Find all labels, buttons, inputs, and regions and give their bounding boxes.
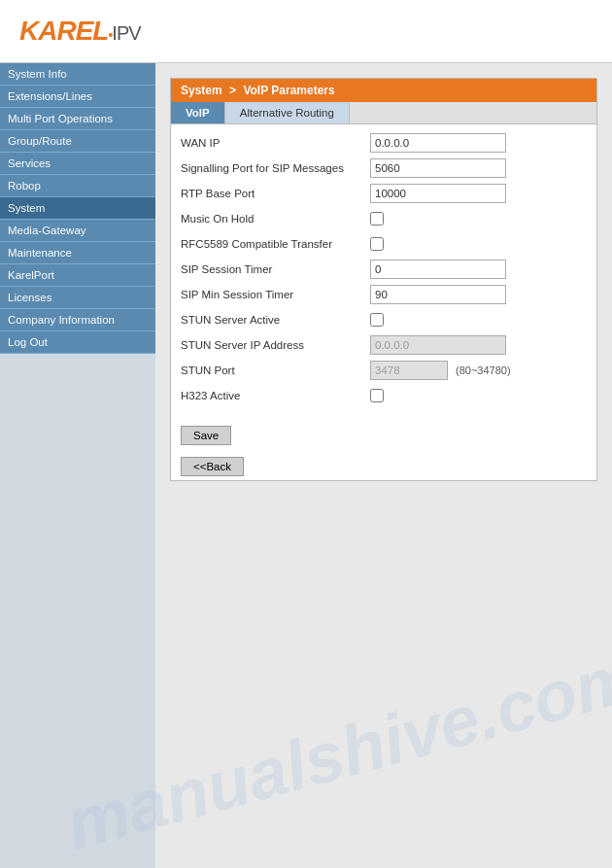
content-area: System > VoIP Parameters VoIP Alternativ… (155, 63, 612, 868)
input-stun-server-ip (370, 335, 506, 355)
checkbox-h323-active[interactable] (370, 389, 384, 402)
sidebar: System Info Extensions/Lines Multi Port … (0, 63, 155, 868)
sidebar-item-company-information[interactable]: Company Information (0, 309, 155, 331)
input-sip-min-session-timer[interactable] (370, 285, 506, 304)
sidebar-item-licenses[interactable]: Licenses (0, 287, 155, 309)
sidebar-item-media-gateway[interactable]: Media-Gateway (0, 220, 155, 242)
tab-bar: VoIP Alternative Routing (171, 102, 596, 124)
label-rfc5589: RFC5589 Compatible Transfer (181, 238, 370, 250)
row-stun-port: STUN Port (80~34780) (181, 360, 587, 381)
logo: KAREL•IPV (19, 16, 141, 47)
sidebar-item-system[interactable]: System (0, 197, 155, 220)
input-signalling-port[interactable] (370, 158, 506, 178)
main-panel: System > VoIP Parameters VoIP Alternativ… (170, 78, 597, 481)
breadcrumb-system: System (181, 84, 222, 97)
label-stun-port: STUN Port (181, 365, 370, 376)
label-stun-server-ip: STUN Server IP Address (181, 339, 370, 351)
input-sip-session-timer[interactable] (370, 260, 506, 279)
logo-ipv: IPV (112, 22, 140, 44)
row-rfc5589: RFC5589 Compatible Transfer (181, 233, 587, 255)
label-sip-session-timer: SIP Session Timer (181, 263, 370, 275)
button-row: Save (171, 418, 596, 449)
breadcrumb-sep: > (229, 84, 236, 97)
sidebar-item-multi-port-operations[interactable]: Multi Port Operations (0, 108, 155, 130)
label-rtp-base-port: RTP Base Port (181, 188, 370, 199)
back-button[interactable]: <<Back (181, 457, 244, 476)
row-sip-min-session-timer: SIP Min Session Timer (181, 284, 587, 305)
checkbox-music-on-hold[interactable] (370, 212, 384, 226)
row-h323-active: H323 Active (181, 385, 587, 406)
sidebar-item-extensions-lines[interactable]: Extensions/Lines (0, 86, 155, 108)
header: KAREL•IPV (0, 0, 612, 63)
logo-karel: KAREL (19, 16, 108, 46)
sidebar-item-maintenance[interactable]: Maintenance (0, 242, 155, 264)
label-stun-server-active: STUN Server Active (181, 314, 370, 326)
stun-port-hint: (80~34780) (456, 365, 511, 376)
checkbox-stun-server-active[interactable] (370, 313, 384, 327)
label-sip-min-session-timer: SIP Min Session Timer (181, 289, 370, 300)
row-music-on-hold: Music On Hold (181, 208, 587, 229)
label-signalling-port: Signalling Port for SIP Messages (181, 162, 370, 174)
row-stun-server-active: STUN Server Active (181, 309, 587, 330)
panel-header: System > VoIP Parameters (171, 79, 596, 102)
sidebar-item-system-info[interactable]: System Info (0, 63, 155, 86)
input-rtp-base-port[interactable] (370, 184, 506, 203)
label-music-on-hold: Music On Hold (181, 213, 370, 225)
back-button-row: <<Back (171, 449, 596, 480)
row-stun-server-ip: STUN Server IP Address (181, 334, 587, 356)
sidebar-item-log-out[interactable]: Log Out (0, 331, 155, 354)
sidebar-item-group-route[interactable]: Group/Route (0, 130, 155, 153)
row-rtp-base-port: RTP Base Port (181, 183, 587, 204)
main-layout: System Info Extensions/Lines Multi Port … (0, 63, 612, 868)
row-signalling-port: Signalling Port for SIP Messages (181, 157, 587, 179)
label-wan-ip: WAN IP (181, 137, 370, 149)
input-stun-port (370, 361, 448, 380)
save-button[interactable]: Save (181, 426, 231, 445)
sidebar-item-karelport[interactable]: KarelPort (0, 264, 155, 287)
breadcrumb-page: VoIP Parameters (243, 84, 334, 97)
row-wan-ip: WAN IP (181, 132, 587, 154)
form-body: WAN IP Signalling Port for SIP Messages … (171, 124, 596, 418)
sidebar-item-services[interactable]: Services (0, 153, 155, 175)
tab-alternative-routing[interactable]: Alternative Routing (225, 102, 350, 123)
tab-voip[interactable]: VoIP (171, 102, 225, 123)
row-sip-session-timer: SIP Session Timer (181, 259, 587, 280)
label-h323-active: H323 Active (181, 390, 370, 401)
sidebar-item-robop[interactable]: Robop (0, 175, 155, 197)
input-wan-ip[interactable] (370, 133, 506, 153)
checkbox-rfc5589[interactable] (370, 237, 384, 251)
